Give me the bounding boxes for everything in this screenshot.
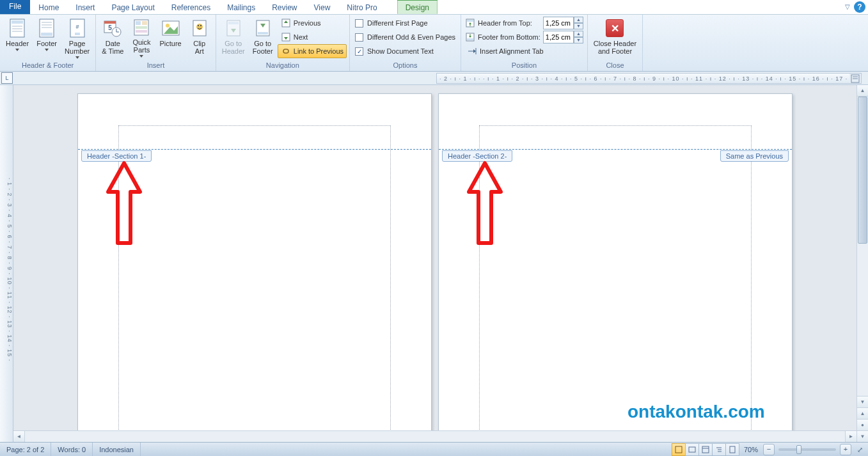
header-section-tag: Header -Section 1-	[81, 150, 152, 162]
page-1: Header -Section 1-	[77, 93, 432, 442]
document-canvas[interactable]: Header -Section 1- Header -Section 2- Sa…	[13, 85, 868, 442]
header-top-input[interactable]	[543, 17, 574, 29]
zoom-in-button[interactable]: +	[840, 444, 851, 455]
next-button[interactable]: Next	[278, 30, 347, 44]
tab-insert[interactable]: Insert	[67, 0, 103, 14]
spin-down[interactable]: ▼	[574, 23, 583, 29]
svg-rect-58	[689, 447, 695, 452]
horizontal-scrollbar[interactable]: ◄ ►	[13, 430, 856, 442]
goto-footer-button[interactable]: Go to Footer	[249, 16, 276, 58]
previous-button[interactable]: Previous	[278, 16, 347, 30]
vertical-scrollbar[interactable]: ▲ ▼ ▲ ● ▼	[856, 85, 868, 442]
footer-bottom-label: Footer from Bottom:	[478, 33, 541, 41]
group-title: Position	[464, 60, 585, 71]
tab-page-layout[interactable]: Page Layout	[103, 0, 162, 14]
ribbon-tabs: File Home Insert Page Layout References …	[0, 0, 868, 15]
view-draft-button[interactable]	[725, 443, 739, 456]
annotation-arrow-icon	[108, 163, 140, 246]
view-outline-button[interactable]	[712, 443, 726, 456]
svg-rect-23	[136, 30, 147, 33]
svg-rect-12	[75, 33, 80, 35]
svg-point-30	[200, 25, 201, 26]
same-as-previous-tag: Same as Previous	[720, 150, 789, 162]
ruler-toggle-icon[interactable]	[849, 74, 861, 83]
insert-alignment-tab-button[interactable]: Insert Alignment Tab	[464, 44, 585, 58]
scroll-right-button[interactable]: ►	[845, 431, 856, 442]
svg-rect-22	[136, 26, 147, 29]
diff-first-page-checkbox[interactable]: Different First Page	[352, 16, 458, 30]
tab-review[interactable]: Review	[264, 0, 305, 14]
clip-art-button[interactable]: Clip Art	[186, 16, 213, 58]
view-print-layout-button[interactable]	[672, 443, 686, 456]
status-page[interactable]: Page: 2 of 2	[0, 443, 51, 456]
status-bar: Page: 2 of 2 Words: 0 Indonesian 70% − +…	[0, 442, 868, 456]
scroll-thumb[interactable]	[858, 97, 867, 244]
svg-rect-42	[467, 20, 473, 22]
status-words[interactable]: Words: 0	[51, 443, 93, 456]
tab-references[interactable]: References	[163, 0, 219, 14]
file-tab[interactable]: File	[0, 0, 30, 14]
svg-rect-59	[702, 446, 709, 453]
picture-button[interactable]: Picture	[156, 16, 184, 58]
show-document-text-checkbox[interactable]: ✓Show Document Text	[352, 44, 458, 58]
tab-home[interactable]: Home	[30, 0, 67, 14]
group-position: Header from Top: ▲▼ Footer from Bottom: …	[461, 15, 588, 71]
spin-up[interactable]: ▲	[574, 31, 583, 37]
footer-bottom-icon	[465, 32, 475, 42]
group-header-footer: Header Footer # Page Number Header & Foo…	[0, 15, 96, 71]
header-button[interactable]: Header	[3, 16, 32, 58]
tab-nitro-pro[interactable]: Nitro Pro	[338, 0, 385, 14]
quick-parts-button[interactable]: Quick Parts	[128, 16, 155, 58]
footer-bottom-input[interactable]	[543, 31, 574, 43]
scroll-up-button[interactable]: ▲	[857, 85, 868, 97]
tab-mailings[interactable]: Mailings	[219, 0, 264, 14]
tab-design-context[interactable]: Design	[397, 0, 438, 14]
group-title: Header & Footer	[3, 60, 93, 71]
body-margin	[118, 125, 391, 442]
vertical-ruler[interactable]: · 1 · 2 · 3 · 4 · 5 · 6 · 7 · 8 · 9 · 10…	[0, 85, 13, 442]
zoom-percent[interactable]: 70%	[739, 446, 763, 453]
svg-text:5: 5	[109, 24, 113, 31]
zoom-slider[interactable]	[778, 448, 836, 451]
group-close: ✕ Close Header and Footer Close	[588, 15, 643, 71]
browse-object-button[interactable]: ●	[857, 419, 868, 430]
full-screen-icon[interactable]: ⤢	[854, 444, 865, 455]
date-time-button[interactable]: 5 Date & Time	[99, 16, 127, 58]
svg-marker-50	[473, 49, 476, 53]
svg-rect-6	[41, 33, 52, 36]
ruler-bar: L · 2 · ı · 1 · ı · · ı · 1 · ı · 2 · ı …	[0, 72, 868, 85]
help-icon[interactable]: ?	[854, 1, 865, 13]
scroll-down-button[interactable]: ▼	[857, 396, 868, 407]
svg-text:#: #	[75, 24, 79, 30]
svg-rect-35	[258, 32, 268, 35]
link-to-previous-button[interactable]: Link to Previous	[278, 44, 347, 58]
spin-down[interactable]: ▼	[574, 37, 583, 43]
view-full-screen-button[interactable]	[685, 443, 699, 456]
tab-view[interactable]: View	[306, 0, 339, 14]
tab-selector[interactable]: L	[1, 72, 13, 84]
svg-marker-55	[108, 163, 140, 243]
scroll-left-button[interactable]: ◄	[13, 431, 25, 442]
close-header-footer-button[interactable]: ✕ Close Header and Footer	[590, 16, 640, 58]
group-title: Close	[590, 60, 640, 71]
group-insert: 5 Date & Time Quick Parts Picture Clip A…	[96, 15, 216, 71]
zoom-slider-knob[interactable]	[796, 445, 801, 454]
body-margin	[479, 125, 752, 442]
header-top-label: Header from Top:	[478, 19, 532, 27]
prev-page-button[interactable]: ▲	[857, 407, 868, 419]
annotation-arrow-icon	[469, 163, 501, 246]
footer-button[interactable]: Footer	[33, 16, 60, 58]
zoom-out-button[interactable]: −	[763, 444, 775, 455]
page-2: Header -Section 2- Same as Previous	[438, 93, 793, 442]
status-language[interactable]: Indonesian	[93, 443, 141, 456]
next-page-button[interactable]: ▼	[857, 430, 868, 442]
minimize-ribbon-icon[interactable]: ▽	[845, 1, 850, 13]
diff-odd-even-checkbox[interactable]: Different Odd & Even Pages	[352, 30, 458, 44]
view-web-layout-button[interactable]	[698, 443, 713, 456]
horizontal-ruler[interactable]: · 2 · ı · 1 · ı · · ı · 1 · ı · 2 · ı · …	[436, 73, 862, 84]
svg-point-25	[166, 24, 170, 28]
watermark-text: ontakontak.com	[627, 402, 765, 422]
page-number-button[interactable]: # Page Number	[61, 16, 93, 58]
spin-up[interactable]: ▲	[574, 17, 583, 23]
svg-rect-57	[675, 446, 682, 453]
